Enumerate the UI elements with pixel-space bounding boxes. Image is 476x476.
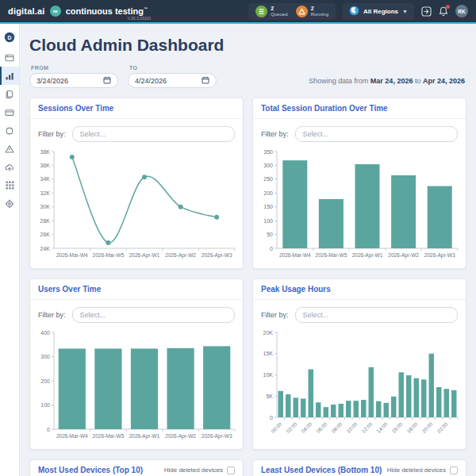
svg-text:2026-Mar-W5: 2026-Mar-W5 <box>316 252 347 258</box>
chevron-down-icon: ▼ <box>402 9 408 14</box>
to-label: TO <box>129 65 217 71</box>
globe-icon <box>349 6 359 17</box>
svg-text:100: 100 <box>40 402 50 408</box>
hide-deleted-checkbox[interactable] <box>227 466 235 474</box>
svg-text:0: 0 <box>47 427 50 432</box>
sidebar-item-org[interactable]: D <box>0 28 19 46</box>
sidebar-item-uploads[interactable] <box>0 158 19 176</box>
svg-text:20K: 20K <box>263 330 274 336</box>
peak-usage-bar-chart: 05K10K15K20K00:0002:0004:0006:0008:0010:… <box>255 327 463 443</box>
svg-text:350: 350 <box>263 149 273 155</box>
brand-area: digital.ai ∞ continuous testing™ V.26.3.… <box>8 6 151 17</box>
from-date-input[interactable]: 3/24/2026 <box>29 73 118 88</box>
filter-by-label: Filter by: <box>38 130 66 138</box>
session-duration-card: Total Session Duration Over Time Filter … <box>252 98 466 269</box>
notifications-bell-icon[interactable] <box>439 6 448 17</box>
bar-chart-icon <box>5 71 14 81</box>
svg-text:36K: 36K <box>40 163 51 168</box>
svg-text:150: 150 <box>263 204 273 209</box>
sidebar: D <box>0 24 20 476</box>
sidebar-item-console[interactable] <box>0 48 19 67</box>
version-label: V.26.3.25333 <box>128 16 151 21</box>
svg-text:100: 100 <box>263 218 273 224</box>
card-title: Sessions Over Time <box>38 104 113 113</box>
running-count: 2 <box>311 6 328 11</box>
svg-text:10:00: 10:00 <box>345 420 358 433</box>
svg-text:32K: 32K <box>40 190 51 196</box>
svg-text:34K: 34K <box>40 176 51 182</box>
svg-text:22:00: 22:00 <box>436 420 448 433</box>
svg-text:2026-Apr-W1: 2026-Apr-W1 <box>129 252 160 259</box>
duration-bar-chart: 0501001502002503003502026-Mar-W42026-Mar… <box>255 146 463 262</box>
svg-text:5K: 5K <box>266 393 273 399</box>
svg-text:2026-Apr-W2: 2026-Apr-W2 <box>165 252 196 259</box>
showing-data-text: Showing data from Mar 24, 2026 to Apr 24… <box>309 77 465 88</box>
svg-text:400: 400 <box>40 330 50 336</box>
queued-label: Queued <box>271 12 287 17</box>
card-title: Peak Usage Hours <box>261 285 331 294</box>
hide-deleted-devices-toggle[interactable]: Hide deleted devices <box>164 466 235 474</box>
alert-triangle-icon <box>5 144 14 154</box>
svg-text:2026-Mar-W4: 2026-Mar-W4 <box>56 433 88 439</box>
svg-text:200: 200 <box>263 190 273 196</box>
sidebar-item-documents[interactable] <box>0 85 19 103</box>
running-badge[interactable]: 2 Running <box>296 6 328 17</box>
from-date-value: 3/24/2026 <box>36 77 68 85</box>
hide-deleted-devices-toggle[interactable]: Hide deleted devices <box>387 466 458 474</box>
to-date-group: TO 4/24/2026 <box>128 65 217 88</box>
svg-text:12:00: 12:00 <box>360 420 373 433</box>
card-title: Most Used Devices (Top 10) <box>38 466 143 474</box>
svg-text:10K: 10K <box>263 372 274 378</box>
from-label: FROM <box>31 65 118 71</box>
filter-select[interactable]: Select... <box>72 126 235 142</box>
sidebar-item-dashboard[interactable] <box>0 67 19 85</box>
svg-text:2026-Apr-W3: 2026-Apr-W3 <box>202 252 232 259</box>
page-title: Cloud Admin Dashboard <box>29 36 465 55</box>
region-selector[interactable]: All Regions ▼ <box>343 3 414 20</box>
svg-text:30K: 30K <box>40 204 51 209</box>
running-icon <box>296 6 308 17</box>
svg-text:2026-Apr-W2: 2026-Apr-W2 <box>165 433 196 440</box>
filter-select[interactable]: Select... <box>295 307 458 323</box>
hide-deleted-checkbox[interactable] <box>450 466 458 474</box>
svg-text:2026-Apr-W2: 2026-Apr-W2 <box>388 252 419 259</box>
sidebar-item-billing[interactable] <box>0 103 19 121</box>
filter-select[interactable]: Select... <box>72 307 235 323</box>
sessions-line-chart: 24K26K28K30K32K34K36K38K2026-Mar-W42026-… <box>32 146 240 262</box>
sidebar-item-devices[interactable] <box>0 121 19 140</box>
svg-text:50: 50 <box>267 232 273 237</box>
launch-icon[interactable] <box>421 6 432 17</box>
to-date-input[interactable]: 4/24/2026 <box>128 73 217 88</box>
sidebar-item-settings[interactable] <box>0 194 19 213</box>
svg-text:28K: 28K <box>40 218 51 224</box>
svg-text:2026-Apr-W3: 2026-Apr-W3 <box>424 252 455 259</box>
svg-text:300: 300 <box>40 354 50 359</box>
svg-text:200: 200 <box>40 378 50 384</box>
svg-text:06:00: 06:00 <box>315 420 328 433</box>
queued-count: 2 <box>271 6 287 11</box>
cloud-upload-icon <box>5 163 14 172</box>
console-icon <box>5 53 14 63</box>
least-used-devices-card: Least Used Devices (Bottom 10) Hide dele… <box>252 459 466 476</box>
queued-icon <box>255 6 267 17</box>
sidebar-item-alerts[interactable] <box>0 140 19 158</box>
most-used-devices-card: Most Used Devices (Top 10) Hide deleted … <box>29 459 244 476</box>
svg-text:2026-Apr-W1: 2026-Apr-W1 <box>129 433 160 440</box>
queued-badge[interactable]: 2 Queued <box>255 6 287 17</box>
calendar-icon[interactable] <box>103 76 111 86</box>
svg-text:2026-Apr-W1: 2026-Apr-W1 <box>352 252 383 259</box>
svg-text:24K: 24K <box>40 246 51 251</box>
svg-text:15K: 15K <box>263 351 274 356</box>
continuous-testing-logo-icon: ∞ <box>50 6 61 17</box>
svg-text:08:00: 08:00 <box>330 420 343 433</box>
calendar-icon[interactable] <box>202 76 209 86</box>
filter-select[interactable]: Select... <box>295 126 458 142</box>
card-title: Users Over Time <box>38 285 101 294</box>
trademark: ™ <box>144 6 148 11</box>
header-actions: 2 Queued 2 Running All Regions ▼ <box>248 3 468 20</box>
region-label: All Regions <box>363 8 398 15</box>
avatar[interactable]: RK <box>455 5 468 17</box>
notification-dot <box>446 5 450 9</box>
product-name: continuous testing™ V.26.3.25333 <box>66 6 151 16</box>
sidebar-item-apps[interactable] <box>0 176 19 194</box>
